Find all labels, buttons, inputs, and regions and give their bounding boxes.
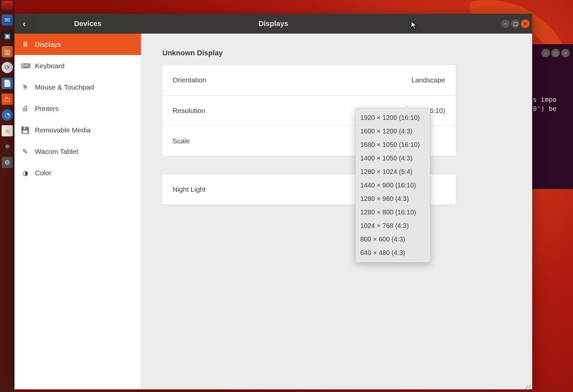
resolution-option[interactable]: 800 × 600 (4:3) <box>356 233 430 246</box>
sidebar-item-removable-media[interactable]: 💾Removable Media <box>14 119 141 141</box>
resolution-option[interactable]: 1024 × 768 (4:3) <box>356 219 430 233</box>
printers-icon: 🖨 <box>21 105 29 112</box>
sidebar-item-label: Keyboard <box>35 62 65 70</box>
wacom-tablet-icon: ✎ <box>21 148 29 155</box>
terminal-maximize-button[interactable]: ▢ <box>551 49 560 57</box>
resolution-option[interactable]: 1280 × 800 (16:10) <box>356 206 430 219</box>
orientation-row[interactable]: Orientation Landscape <box>162 65 456 95</box>
sidebar-item-label: Displays <box>35 41 61 48</box>
dock-app-updates[interactable]: ⟳ <box>2 62 13 73</box>
window-controls: – ▢ × <box>501 14 530 34</box>
sidebar-item-label: Printers <box>35 105 59 113</box>
back-button[interactable]: ‹ <box>14 14 34 34</box>
dock-app-terminal[interactable]: ▣ <box>2 30 13 42</box>
night-light-label: Night Light <box>173 185 205 193</box>
dock-app-amazon[interactable]: a <box>2 125 13 136</box>
terminal-minimize-button[interactable]: – <box>541 49 550 57</box>
resolution-option[interactable]: 1280 × 1024 (5:4) <box>356 165 430 179</box>
resolution-option[interactable]: 1400 × 1050 (4:3) <box>356 152 430 165</box>
maximize-button[interactable]: ▢ <box>511 19 520 28</box>
sidebar-item-label: Wacom Tablet <box>35 148 78 155</box>
sidebar-item-printers[interactable]: 🖨Printers <box>14 98 141 119</box>
dock-app-files[interactable]: 🗀 <box>2 94 13 105</box>
terminal-window-controls: – ▢ × <box>541 49 570 57</box>
terminal-text-line: .0') be <box>527 104 573 113</box>
keyboard-icon: ⌨ <box>21 62 29 70</box>
sidebar-item-wacom-tablet[interactable]: ✎Wacom Tablet <box>14 141 141 162</box>
dock-trash[interactable] <box>2 1 13 10</box>
resolution-option[interactable]: 640 × 480 (4:3) <box>356 246 430 260</box>
sidebar-item-displays[interactable]: 🖥Displays <box>14 34 141 55</box>
minimize-button[interactable]: – <box>501 19 510 28</box>
sidebar-item-mouse-touchpad[interactable]: 🖱Mouse & Touchpad <box>14 76 141 98</box>
orientation-label: Orientation <box>173 76 206 84</box>
resolution-dropdown-popover: 1920 × 1200 (16:10)1600 × 1200 (4:3)1680… <box>355 108 430 263</box>
window-title: Displays <box>141 19 532 28</box>
background-terminal-window: as impo .0') be <box>527 44 573 189</box>
sidebar-item-label: Mouse & Touchpad <box>35 83 94 91</box>
settings-window: ‹ Devices Displays – ▢ × 🖥Displays⌨Keybo… <box>14 14 532 389</box>
sidebar-item-label: Color <box>35 169 51 177</box>
dock-app-settings[interactable]: ⚙ <box>2 157 13 168</box>
orientation-value: Landscape <box>411 76 445 84</box>
dock: ✉ ▣ ▥ ⟳ 📄 🗀 ◔ a ✵ ⚙ <box>0 0 14 392</box>
dock-app-generic1[interactable]: ◔ <box>2 109 13 121</box>
terminal-text-line: as impo <box>527 95 573 104</box>
resolution-option[interactable]: 1680 × 1050 (16:10) <box>356 138 430 152</box>
sidebar: 🖥Displays⌨Keyboard🖱Mouse & Touchpad🖨Prin… <box>14 34 141 389</box>
watermark-text: /Code_XiaoLu <box>525 384 568 391</box>
dock-app-thunderbird[interactable]: ✉ <box>2 14 13 26</box>
resolution-option[interactable]: 1920 × 1200 (16:10) <box>356 111 430 125</box>
color-icon: ◑ <box>21 169 29 177</box>
display-section-title: Unknown Display <box>162 49 512 57</box>
resolution-label: Resolution <box>173 107 205 115</box>
scale-label: Scale <box>173 137 190 145</box>
close-button[interactable]: × <box>521 19 530 28</box>
dock-app-tools[interactable]: ✵ <box>2 141 13 152</box>
sidebar-item-label: Removable Media <box>35 126 91 134</box>
dock-app-software[interactable]: ▥ <box>2 46 13 57</box>
terminal-close-button[interactable]: × <box>561 49 570 57</box>
titlebar-section-label: Devices <box>34 19 141 28</box>
removable-media-icon: 💾 <box>21 126 29 134</box>
dock-app-writer[interactable]: 📄 <box>2 78 13 89</box>
mouse-touchpad-icon: 🖱 <box>21 83 29 91</box>
resolution-option[interactable]: 1440 × 900 (16:10) <box>356 179 430 192</box>
resolution-option[interactable]: 1600 × 1200 (4:3) <box>356 125 430 138</box>
sidebar-item-color[interactable]: ◑Color <box>14 162 141 183</box>
chevron-left-icon: ‹ <box>23 19 26 29</box>
resolution-option[interactable]: 1280 × 960 (4:3) <box>356 192 430 206</box>
titlebar[interactable]: ‹ Devices Displays – ▢ × <box>14 14 532 34</box>
content-area: Unknown Display Orientation Landscape Re… <box>141 34 532 389</box>
sidebar-item-keyboard[interactable]: ⌨Keyboard <box>14 55 141 76</box>
displays-icon: 🖥 <box>21 41 29 48</box>
